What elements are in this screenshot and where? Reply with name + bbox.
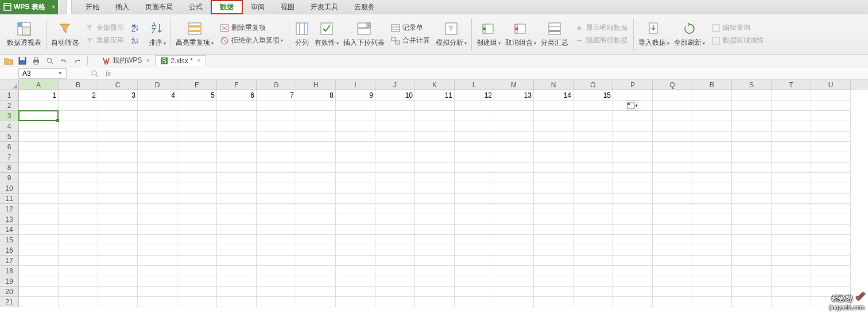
cell[interactable] xyxy=(415,225,455,235)
validation-button[interactable]: 有效性▾ xyxy=(312,20,341,49)
highlight-duplicates-button[interactable]: 高亮重复项▾ xyxy=(173,20,216,49)
cell[interactable] xyxy=(59,194,98,204)
cell[interactable] xyxy=(772,111,811,121)
cell[interactable] xyxy=(257,204,296,214)
cell[interactable] xyxy=(653,111,692,121)
cell[interactable] xyxy=(19,204,59,214)
cell[interactable] xyxy=(98,101,138,111)
formula-search-icon[interactable] xyxy=(90,68,100,79)
row-header[interactable]: 21 xyxy=(0,297,19,307)
cell[interactable] xyxy=(375,183,415,194)
cell[interactable] xyxy=(772,245,811,256)
cell[interactable] xyxy=(98,173,138,183)
cell[interactable] xyxy=(375,204,415,214)
cell[interactable] xyxy=(19,287,59,297)
row-header[interactable]: 11 xyxy=(0,194,19,204)
cell[interactable] xyxy=(653,245,692,256)
cell[interactable] xyxy=(772,225,811,235)
cell[interactable] xyxy=(811,297,851,307)
cell[interactable] xyxy=(455,152,494,163)
cell[interactable] xyxy=(613,287,653,297)
cell[interactable] xyxy=(98,121,138,132)
cell[interactable] xyxy=(59,142,98,152)
cell[interactable] xyxy=(336,121,375,132)
spreadsheet-grid[interactable]: ABCDEFGHIJKLMNOPQRSTU 123456789101112131… xyxy=(0,80,868,313)
cell[interactable] xyxy=(296,235,336,245)
cell[interactable] xyxy=(732,194,772,204)
cell[interactable] xyxy=(217,132,257,142)
cell[interactable] xyxy=(613,194,653,204)
column-header[interactable]: C xyxy=(98,80,138,90)
cell[interactable] xyxy=(257,152,296,163)
cell[interactable] xyxy=(494,101,534,111)
cell[interactable] xyxy=(257,111,296,121)
cell[interactable] xyxy=(653,173,692,183)
cell[interactable] xyxy=(692,287,732,297)
cell[interactable] xyxy=(19,183,59,194)
cell[interactable]: 11 xyxy=(415,90,455,101)
cell[interactable] xyxy=(59,121,98,132)
cell[interactable] xyxy=(811,111,851,121)
row-header[interactable]: 3 xyxy=(0,111,19,121)
cell[interactable] xyxy=(138,152,177,163)
cell[interactable] xyxy=(19,297,59,307)
cell[interactable] xyxy=(336,132,375,142)
cell[interactable] xyxy=(811,194,851,204)
my-wps-tab[interactable]: 我的WPS × xyxy=(97,55,155,67)
column-header[interactable]: R xyxy=(692,80,732,90)
row-header[interactable]: 2 xyxy=(0,101,19,111)
cell[interactable] xyxy=(613,266,653,276)
cell[interactable] xyxy=(534,245,574,256)
cell[interactable] xyxy=(19,245,59,256)
cell[interactable] xyxy=(534,183,574,194)
cell[interactable] xyxy=(772,266,811,276)
cell[interactable]: 12 xyxy=(455,90,494,101)
cell[interactable] xyxy=(138,204,177,214)
cell[interactable] xyxy=(494,276,534,287)
cell[interactable] xyxy=(177,142,217,152)
cell[interactable] xyxy=(98,256,138,266)
cell[interactable] xyxy=(177,173,217,183)
cell[interactable] xyxy=(177,256,217,266)
cell[interactable] xyxy=(653,225,692,235)
cell[interactable] xyxy=(692,90,732,101)
cell[interactable] xyxy=(772,101,811,111)
cell[interactable]: 3 xyxy=(98,90,138,101)
cell[interactable]: 8 xyxy=(296,90,336,101)
cell[interactable] xyxy=(653,266,692,276)
menu-tab-0[interactable]: 开始 xyxy=(78,0,107,14)
import-data-button[interactable]: 导入数据▾ xyxy=(636,20,672,49)
cell[interactable] xyxy=(336,266,375,276)
cell[interactable] xyxy=(296,204,336,214)
column-header[interactable]: H xyxy=(296,80,336,90)
cell[interactable] xyxy=(811,173,851,183)
cell[interactable] xyxy=(415,173,455,183)
cell[interactable] xyxy=(375,111,415,121)
cell[interactable] xyxy=(19,276,59,287)
cell[interactable] xyxy=(732,142,772,152)
cell[interactable] xyxy=(296,225,336,235)
cell[interactable] xyxy=(692,142,732,152)
cell[interactable] xyxy=(574,245,613,256)
cell[interactable] xyxy=(257,163,296,173)
cell[interactable] xyxy=(455,173,494,183)
cell[interactable] xyxy=(494,204,534,214)
cell[interactable] xyxy=(574,276,613,287)
cell[interactable] xyxy=(257,225,296,235)
cell[interactable] xyxy=(296,132,336,142)
cell[interactable] xyxy=(455,163,494,173)
cell[interactable] xyxy=(494,297,534,307)
cell[interactable] xyxy=(98,287,138,297)
cell[interactable] xyxy=(59,152,98,163)
cell[interactable] xyxy=(534,266,574,276)
cell[interactable] xyxy=(811,235,851,245)
cell[interactable] xyxy=(217,152,257,163)
cell[interactable] xyxy=(494,256,534,266)
cell[interactable] xyxy=(98,111,138,121)
cell[interactable] xyxy=(138,163,177,173)
cell[interactable] xyxy=(336,163,375,173)
file-tab[interactable]: S 2.xlsx * × xyxy=(155,55,206,67)
cell[interactable] xyxy=(732,266,772,276)
cell[interactable] xyxy=(98,183,138,194)
menu-tab-3[interactable]: 公式 xyxy=(181,0,211,14)
